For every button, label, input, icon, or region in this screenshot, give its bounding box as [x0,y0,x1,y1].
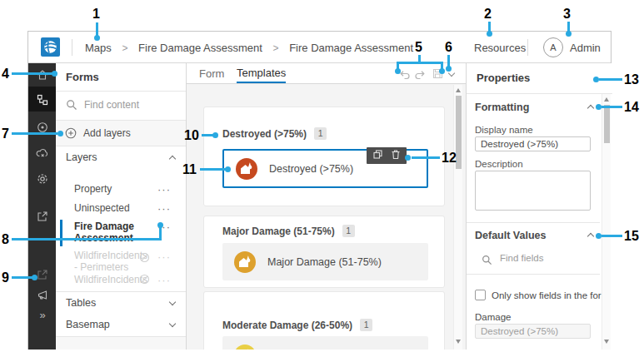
scrollbar-thumb[interactable] [456,96,462,169]
overflow-menu-icon[interactable]: ··· [157,206,171,212]
add-layers-button[interactable]: Add layers [56,121,186,146]
tables-label: Tables [66,297,96,309]
tab-templates[interactable]: Templates [237,63,286,83]
template-label: Destroyed (>75%) [269,163,353,175]
collapse-default-values-icon[interactable] [587,233,594,240]
callout-8: 8 [2,232,9,247]
settings-icon[interactable] [35,171,49,186]
breadcrumb-maps[interactable]: Maps [85,42,112,54]
callout-9-dot [32,275,37,280]
layer-row-disabled[interactable]: WildfireIncidents ··· [56,271,186,290]
properties-scrollbar[interactable] [602,94,611,350]
basemap-label: Basemap [66,319,110,330]
scroll-up-arrow[interactable] [456,88,461,92]
callout-5: 5 [415,40,422,55]
callout-2-dot [487,31,492,37]
template-card-major[interactable]: Major Damage (51-75%) [222,243,428,280]
prohibited-icon [139,273,150,288]
callout-4-line [12,72,52,75]
template-card-moderate[interactable]: Moderate Damage (26-50%) [222,336,428,350]
scrollbar-thumb[interactable] [604,105,610,143]
share-icon[interactable] [35,209,49,223]
overflow-menu-icon[interactable]: ··· [157,254,171,260]
esri-logo-icon[interactable] [41,37,60,60]
expand-icon[interactable]: » [35,308,49,322]
group-title-text: Destroyed (>75%) [222,128,307,140]
display-name-input[interactable] [475,136,591,151]
find-fields-input[interactable] [498,252,577,264]
template-label: Moderate Damage (26-50%) [267,350,399,350]
builder-scrollbar[interactable] [453,85,462,350]
damage-field-label: Damage [475,312,511,322]
callout-14-line [602,106,622,108]
chevron-down-icon [169,299,176,305]
moderate-damage-symbol-icon [234,345,256,350]
avatar[interactable]: A [543,37,563,57]
callout-15-line [602,235,622,237]
callout-5-bracket [397,62,443,64]
callout-12-dot [405,155,411,161]
overflow-menu-icon[interactable]: ··· [157,277,171,284]
callout-11-line [200,168,227,171]
layer-row-disabled[interactable]: WildfireIncidents - Perimeters ··· [56,248,186,271]
scroll-down-arrow[interactable] [604,340,609,344]
only-show-fields-checkbox[interactable] [475,290,486,300]
callout-14: 14 [624,100,639,115]
offline-icon[interactable] [35,146,49,160]
forms-panel: Forms Add layers Layers [56,63,187,350]
launch-icon[interactable] [35,267,49,281]
layer-name: WildfireIncidents [74,274,147,285]
default-values-section-header[interactable]: Default Values [475,230,546,241]
template-group-title: Destroyed (>75%) 1 [222,127,327,140]
scroll-down-arrow[interactable] [456,340,461,344]
layer-row[interactable]: Property ··· [56,180,186,199]
callout-4-dot [52,71,57,77]
divider [467,274,600,275]
callout-3: 3 [563,7,571,22]
properties-panel: Properties Formatting Display name Descr… [466,63,612,350]
callout-6-dot [446,66,452,72]
layer-name: WildfireIncidents - Perimeters [74,250,137,273]
layer-row[interactable]: Uninspected ··· [56,199,186,218]
divider [56,146,187,146]
divider [56,91,187,92]
breadcrumb-separator: > [273,42,279,54]
annotated-screenshot: Maps > Fire Damage Assessment > Fire Dam… [0,0,644,352]
divider [467,93,612,94]
tab-form[interactable]: Form [199,63,224,83]
description-textarea[interactable] [475,171,591,211]
header-divider [72,39,72,56]
callout-12-line [412,156,440,159]
breadcrumb: Maps > Fire Damage Assessment > Fire Dam… [85,42,413,54]
layers-section-header[interactable]: Layers [66,151,97,163]
callout-1: 1 [92,7,100,22]
layer-row-selected[interactable]: Fire Damage Assessment ··· [56,218,186,248]
damage-field-input[interactable] [475,324,591,339]
callout-10-dot [212,132,218,138]
duplicate-icon[interactable] [372,148,383,163]
formatting-section-header[interactable]: Formatting [475,102,529,113]
callout-8-dot [157,222,163,228]
callout-8-line [12,238,162,240]
breadcrumb-map-name[interactable]: Fire Damage Assessment [138,42,262,54]
redo-icon[interactable] [414,68,426,83]
template-label: Major Damage (51-75%) [267,256,382,268]
panel-footer [56,337,186,350]
resources-link[interactable]: Resources [474,42,526,54]
description-label: Description [475,159,523,169]
user-menu[interactable]: Admin [570,42,601,54]
scroll-up-arrow[interactable] [604,97,609,102]
delete-icon[interactable] [391,148,401,163]
undo-icon[interactable] [399,68,411,83]
forms-icon[interactable] [35,92,49,107]
collapse-formatting-icon[interactable] [587,105,594,112]
feedback-icon[interactable] [35,288,49,302]
overflow-menu-icon[interactable]: ··· [157,186,171,193]
group-title-text: Major Damage (51-75%) [222,226,335,237]
collapse-layers-icon[interactable] [169,156,176,162]
tables-section-header[interactable]: Tables [56,292,186,314]
find-content-input[interactable] [82,98,166,112]
callout-4: 4 [2,67,9,82]
breadcrumb-separator: > [122,42,127,54]
basemap-section-header[interactable]: Basemap [56,314,186,335]
